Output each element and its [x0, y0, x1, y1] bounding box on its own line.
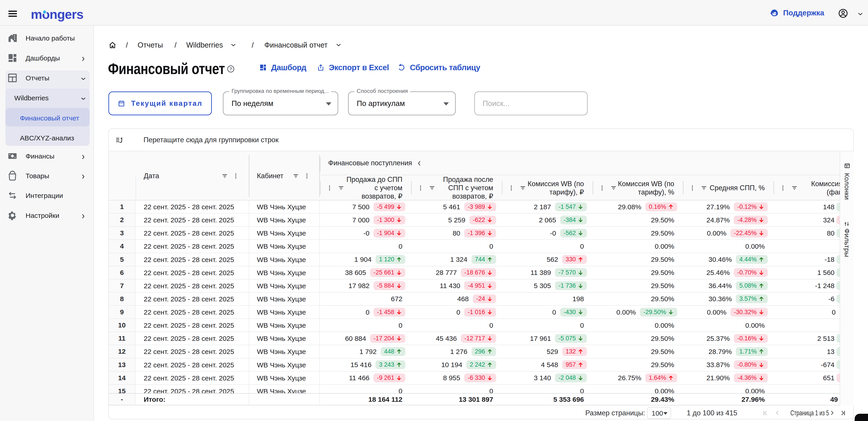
svg-text:?: ?: [229, 67, 232, 71]
